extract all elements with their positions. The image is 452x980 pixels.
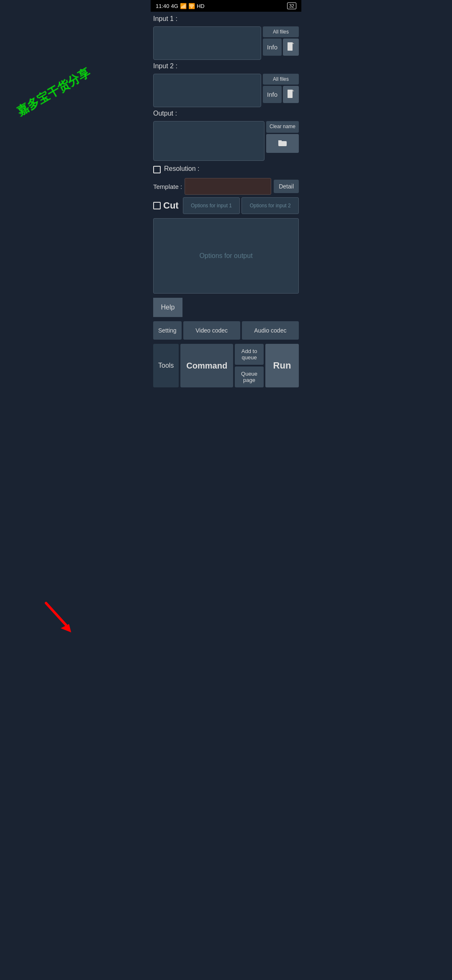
quality-badge: HD [197, 3, 205, 9]
clear-name-button[interactable]: Clear name [266, 121, 299, 133]
options-input1-button[interactable]: Options for input 1 [183, 197, 240, 214]
svg-rect-0 [288, 42, 293, 51]
tools-button[interactable]: Tools [153, 344, 179, 387]
output-textarea[interactable] [153, 121, 265, 161]
options-output-box[interactable]: Options for output [153, 218, 299, 294]
add-to-queue-button[interactable]: Add to queue [235, 344, 264, 365]
input1-buttons: All files Info [263, 26, 299, 56]
folder-button[interactable] [266, 134, 299, 153]
input1-file-button[interactable] [283, 39, 299, 56]
help-row: Help [151, 298, 301, 317]
input1-label: Input 1 : [153, 15, 299, 23]
bottom-bar-2: Tools Command Add to queue Queue page Ru… [151, 344, 301, 390]
bottom-bar-1: Setting Video codec Audio codec [151, 320, 301, 341]
folder-icon [277, 138, 288, 149]
options-output-label: Options for output [199, 252, 252, 260]
command-button[interactable]: Command [180, 344, 233, 387]
input2-row: All files Info [153, 74, 299, 107]
input2-info-button[interactable]: Info [263, 86, 282, 103]
detail-button[interactable]: Detail [274, 180, 299, 193]
input1-row: All files Info [153, 26, 299, 60]
output-label: Output : [153, 110, 299, 117]
wifi-icon: 🛜 [188, 3, 195, 9]
doc-icon [287, 42, 295, 52]
battery-indicator: 32 [287, 3, 296, 9]
resolution-row: Resolution : [153, 163, 299, 175]
input1-textarea[interactable] [153, 26, 261, 60]
queue-page-button[interactable]: Queue page [235, 366, 264, 387]
cut-row: Cut Options for input 1 Options for inpu… [153, 197, 299, 214]
svg-rect-5 [278, 140, 282, 142]
run-button[interactable]: Run [265, 344, 299, 387]
audio-codec-button[interactable]: Audio codec [242, 321, 299, 340]
input2-buttons: All files Info [263, 74, 299, 103]
input1-btn-row: Info [263, 39, 299, 56]
video-codec-button[interactable]: Video codec [183, 321, 240, 340]
main-content: Input 1 : All files Info Input 2 : [151, 12, 301, 393]
output-row: Clear name [153, 121, 299, 161]
input1-all-files-button[interactable]: All files [263, 26, 299, 37]
queue-col: Add to queue Queue page [235, 344, 264, 387]
setting-button[interactable]: Setting [153, 321, 182, 340]
cut-options: Options for input 1 Options for input 2 [183, 197, 299, 214]
resolution-label: Resolution : [164, 165, 200, 173]
status-left: 11:40 4G 📶 🛜 HD [156, 3, 205, 9]
svg-marker-1 [293, 42, 294, 44]
network-icon: 4G [171, 3, 178, 9]
svg-marker-3 [293, 90, 294, 91]
svg-rect-2 [288, 90, 293, 98]
input2-all-files-button[interactable]: All files [263, 74, 299, 85]
time: 11:40 [156, 3, 170, 9]
status-bar: 11:40 4G 📶 🛜 HD 32 [151, 0, 301, 12]
input1-info-button[interactable]: Info [263, 39, 282, 56]
help-button[interactable]: Help [153, 298, 182, 317]
template-input[interactable] [185, 178, 271, 195]
input2-file-button[interactable] [283, 86, 299, 103]
doc-icon-2 [287, 89, 295, 100]
input2-label: Input 2 : [153, 62, 299, 70]
output-buttons: Clear name [266, 121, 299, 153]
template-row: Template : Detail [153, 178, 299, 195]
options-input2-button[interactable]: Options for input 2 [241, 197, 299, 214]
resolution-checkbox[interactable] [153, 166, 161, 173]
template-label: Template : [153, 183, 182, 190]
input2-btn-row: Info [263, 86, 299, 103]
status-right: 32 [287, 3, 296, 9]
cut-label: Cut [163, 200, 179, 211]
signal-icon: 📶 [180, 3, 187, 9]
cut-checkbox[interactable] [153, 202, 161, 209]
input2-textarea[interactable] [153, 74, 261, 107]
